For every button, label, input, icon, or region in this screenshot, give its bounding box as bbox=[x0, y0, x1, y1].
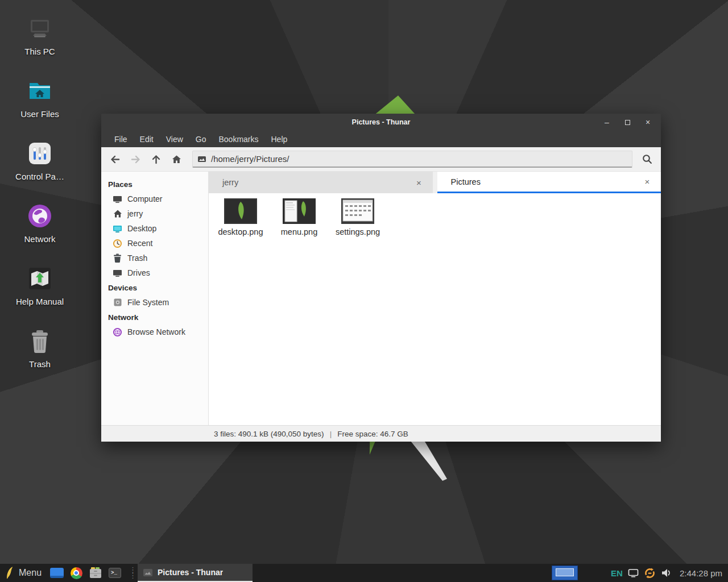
show-desktop-icon bbox=[50, 568, 64, 578]
display-icon[interactable] bbox=[628, 568, 639, 577]
linux-lite-feather-icon bbox=[5, 566, 14, 580]
file-manager-launcher[interactable] bbox=[86, 564, 105, 582]
menu-view[interactable]: View bbox=[160, 131, 189, 147]
sidebar-item-browse-network[interactable]: Browse Network bbox=[108, 325, 208, 339]
status-bar: 3 files: 490.1 kB (490,050 bytes) | Free… bbox=[101, 425, 661, 442]
filesystem-drive-icon bbox=[113, 298, 122, 307]
sidebar-item-label: Desktop bbox=[127, 224, 156, 233]
back-icon bbox=[110, 154, 121, 165]
maximize-icon bbox=[625, 120, 630, 125]
tab-bar: jerry × Pictures × bbox=[209, 172, 661, 193]
search-icon bbox=[642, 153, 653, 165]
file-thumbnail-settings bbox=[341, 198, 374, 224]
drives-icon bbox=[113, 268, 122, 278]
sidebar-item-jerry[interactable]: jerry bbox=[108, 206, 208, 221]
window-titlebar[interactable]: Pictures - Thunar – × bbox=[101, 114, 661, 131]
close-button[interactable]: × bbox=[642, 116, 654, 128]
back-button[interactable] bbox=[105, 149, 125, 169]
up-button[interactable] bbox=[146, 149, 166, 169]
clock[interactable]: 2:44:28 pm bbox=[677, 568, 722, 578]
help-manual-icon bbox=[27, 265, 53, 292]
file-name: settings.png bbox=[336, 227, 380, 236]
maximize-button[interactable] bbox=[621, 116, 634, 128]
window-body: Places Computer jerry Desktop Recent bbox=[101, 172, 661, 425]
update-manager-icon[interactable] bbox=[644, 567, 656, 579]
control-panel-icon bbox=[27, 140, 53, 167]
sidebar-item-computer[interactable]: Computer bbox=[108, 192, 208, 206]
terminal-launcher[interactable]: >_ bbox=[105, 564, 125, 582]
thunar-window: Pictures - Thunar – × File Edit View Go … bbox=[101, 114, 661, 442]
show-desktop-button[interactable] bbox=[47, 564, 67, 582]
sidebar-item-label: File System bbox=[127, 298, 169, 307]
terminal-icon: >_ bbox=[109, 568, 121, 578]
chrome-launcher[interactable] bbox=[67, 564, 86, 582]
network-globe-icon bbox=[113, 327, 122, 337]
desktop-icon-control-panel[interactable]: Control Pa… bbox=[6, 136, 74, 199]
file-settings-png[interactable]: settings.png bbox=[329, 198, 386, 236]
sidebar-item-desktop[interactable]: Desktop bbox=[108, 221, 208, 236]
computer-icon bbox=[113, 194, 122, 204]
file-thumbnail-menu bbox=[283, 198, 316, 224]
desktop-icon-this-pc[interactable]: This PC bbox=[6, 11, 74, 74]
forward-button[interactable] bbox=[125, 149, 146, 169]
trash-icon bbox=[113, 253, 122, 263]
up-icon bbox=[151, 154, 162, 165]
user-files-folder-icon bbox=[27, 78, 53, 104]
tab-jerry[interactable]: jerry × bbox=[209, 172, 433, 193]
sidebar-item-file-system[interactable]: File System bbox=[108, 295, 208, 310]
path-text: /home/jerry/Pictures/ bbox=[211, 154, 289, 164]
recent-clock-icon bbox=[113, 239, 122, 248]
sidebar-item-drives[interactable]: Drives bbox=[108, 265, 208, 280]
main-column: jerry × Pictures × desktop.png bbox=[209, 172, 661, 425]
search-button[interactable] bbox=[637, 149, 657, 169]
close-icon[interactable]: × bbox=[413, 178, 425, 188]
home-button[interactable] bbox=[166, 149, 187, 169]
window-controls: – × bbox=[601, 116, 661, 128]
desktop-icon-user-files[interactable]: User Files bbox=[6, 74, 74, 136]
desktop: This PC User Files Control Pa… Network H… bbox=[0, 0, 728, 582]
status-separator: | bbox=[330, 430, 332, 438]
toolbar: /home/jerry/Pictures/ bbox=[101, 147, 661, 172]
file-thumbnail-desktop bbox=[224, 198, 257, 224]
window-title: Pictures - Thunar bbox=[101, 118, 661, 126]
desktop-icon-help-manual[interactable]: Help Manual bbox=[6, 261, 74, 324]
trash-icon bbox=[27, 328, 53, 354]
computer-icon bbox=[27, 15, 53, 41]
image-icon bbox=[143, 569, 152, 576]
file-list[interactable]: desktop.png menu.png settings.png bbox=[209, 193, 661, 425]
keyboard-layout-indicator[interactable]: EN bbox=[611, 568, 623, 578]
taskbar-window-button[interactable]: Pictures - Thunar bbox=[138, 564, 253, 582]
sidebar-item-label: Browse Network bbox=[127, 327, 185, 336]
desktop-icon-trash[interactable]: Trash bbox=[6, 324, 74, 386]
sidebar-header-network: Network bbox=[108, 313, 208, 322]
sidebar-header-devices: Devices bbox=[108, 284, 208, 292]
close-icon[interactable]: × bbox=[642, 177, 653, 186]
sidebar-item-label: jerry bbox=[127, 209, 143, 218]
tab-pictures[interactable]: Pictures × bbox=[437, 172, 661, 193]
menu-file[interactable]: File bbox=[108, 131, 134, 147]
volume-icon[interactable] bbox=[661, 568, 672, 578]
tab-label: Pictures bbox=[451, 177, 481, 186]
taskbar-window-label: Pictures - Thunar bbox=[158, 568, 223, 577]
status-free-space: Free space: 46.7 GB bbox=[337, 430, 408, 438]
sidebar-item-trash[interactable]: Trash bbox=[108, 251, 208, 265]
menu-help[interactable]: Help bbox=[265, 131, 294, 147]
forward-icon bbox=[130, 154, 141, 165]
app-menu-button[interactable]: Menu bbox=[0, 564, 47, 582]
menu-go[interactable]: Go bbox=[189, 131, 213, 147]
sidebar-item-label: Drives bbox=[127, 268, 150, 277]
menu-edit[interactable]: Edit bbox=[134, 131, 160, 147]
status-files-summary: 3 files: 490.1 kB (490,050 bytes) bbox=[214, 430, 324, 438]
minimize-button[interactable]: – bbox=[601, 116, 613, 128]
file-desktop-png[interactable]: desktop.png bbox=[212, 198, 269, 236]
path-bar[interactable]: /home/jerry/Pictures/ bbox=[192, 151, 632, 168]
file-menu-png[interactable]: menu.png bbox=[271, 198, 328, 236]
sidebar-item-recent[interactable]: Recent bbox=[108, 236, 208, 251]
taskbar-handle[interactable]: ⋮⋮ bbox=[125, 567, 138, 579]
desktop-icon-network[interactable]: Network bbox=[6, 199, 74, 261]
desktop-icon-label: Trash bbox=[29, 359, 51, 369]
system-tray: EN 2:44:28 pm bbox=[611, 567, 728, 579]
workspace-switcher[interactable] bbox=[552, 566, 578, 580]
menu-bookmarks[interactable]: Bookmarks bbox=[212, 131, 264, 147]
chrome-icon bbox=[71, 567, 82, 579]
